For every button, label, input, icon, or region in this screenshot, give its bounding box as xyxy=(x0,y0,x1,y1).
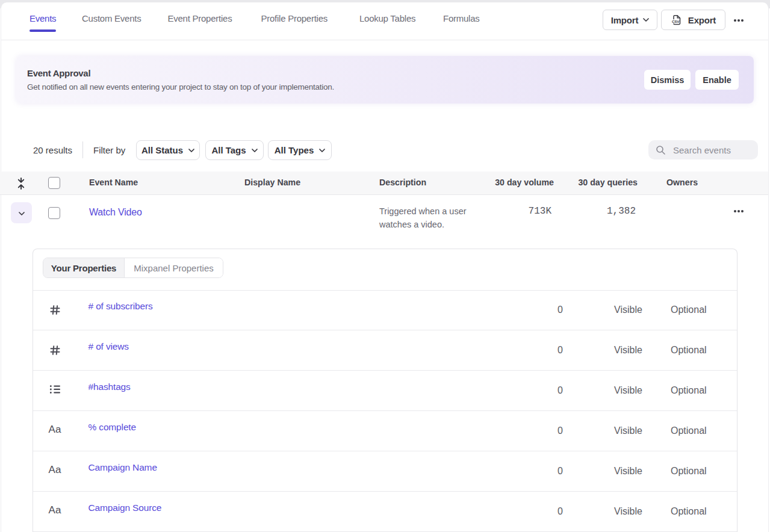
svg-text:CSV: CSV xyxy=(672,19,680,23)
